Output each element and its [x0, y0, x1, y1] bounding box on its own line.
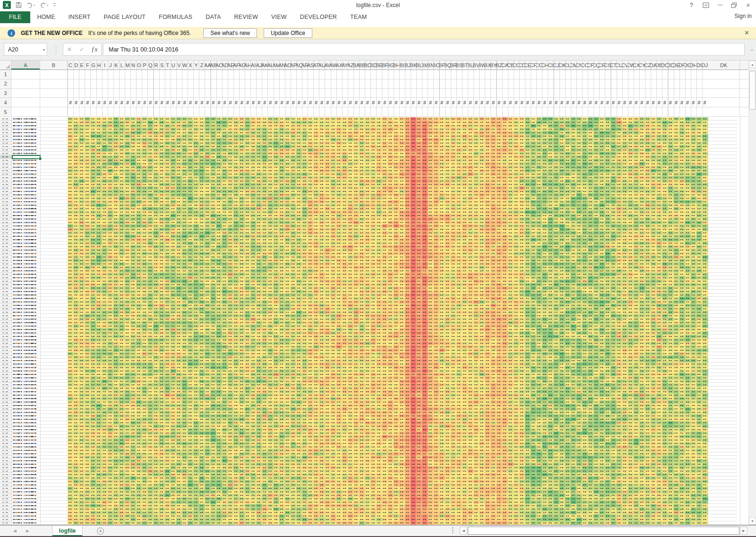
column-header[interactable]: CR: [599, 61, 605, 69]
column-header[interactable]: S: [159, 61, 165, 69]
column-header[interactable]: DB: [656, 61, 662, 69]
row-header[interactable]: 4: [0, 98, 11, 107]
hash-overflow-cell[interactable]: #: [313, 98, 319, 107]
column-header[interactable]: CL: [565, 61, 570, 69]
column-header[interactable]: C: [68, 61, 73, 69]
hash-overflow-cell[interactable]: #: [222, 98, 228, 107]
narrow-cells[interactable]: ########################################…: [68, 98, 708, 107]
sign-in-link[interactable]: Sign in: [734, 13, 752, 19]
select-all-corner[interactable]: [0, 61, 11, 69]
update-office-button[interactable]: Update Office: [264, 28, 312, 38]
hash-overflow-cell[interactable]: #: [342, 98, 348, 107]
column-header[interactable]: O: [136, 61, 142, 69]
column-header[interactable]: I: [102, 61, 108, 69]
hash-overflow-cell[interactable]: #: [245, 98, 250, 107]
column-header[interactable]: CA: [502, 61, 507, 69]
column-header[interactable]: AL: [267, 61, 273, 69]
column-header[interactable]: DH: [690, 61, 696, 69]
column-header[interactable]: CF: [531, 61, 536, 69]
hash-overflow-cell[interactable]: #: [302, 98, 308, 107]
close-icon[interactable]: ×: [744, 1, 752, 9]
column-header[interactable]: BC: [365, 61, 370, 69]
hash-overflow-cell[interactable]: #: [142, 98, 147, 107]
column-header[interactable]: T: [165, 61, 171, 69]
cell-dk[interactable]: [708, 79, 740, 88]
column-header[interactable]: AQ: [296, 61, 302, 69]
column-header[interactable]: BS: [456, 61, 462, 69]
column-header[interactable]: CK: [559, 61, 565, 69]
column-header[interactable]: BL: [416, 61, 422, 69]
vertical-scroll-thumb[interactable]: [749, 71, 756, 110]
column-header[interactable]: E: [79, 61, 85, 69]
column-header[interactable]: BO: [433, 61, 439, 69]
hash-overflow-cell[interactable]: #: [393, 98, 399, 107]
hash-overflow-cell[interactable]: #: [108, 98, 113, 107]
hash-overflow-cell[interactable]: #: [685, 98, 690, 107]
column-header[interactable]: AY: [342, 61, 348, 69]
hash-overflow-cell[interactable]: #: [696, 98, 702, 107]
tab-formulas[interactable]: FORMULAS: [152, 11, 199, 23]
hash-overflow-cell[interactable]: #: [433, 98, 439, 107]
hash-overflow-cell[interactable]: #: [125, 98, 130, 107]
hash-overflow-cell[interactable]: #: [85, 98, 90, 107]
column-header[interactable]: BN: [428, 61, 433, 69]
hash-overflow-cell[interactable]: #: [502, 98, 507, 107]
scroll-right-icon[interactable]: ▶: [740, 527, 747, 535]
hash-overflow-cell[interactable]: #: [519, 98, 524, 107]
hash-overflow-cell[interactable]: #: [365, 98, 370, 107]
column-header[interactable]: BK: [411, 61, 416, 69]
hash-overflow-cell[interactable]: #: [359, 98, 365, 107]
hash-overflow-cell[interactable]: #: [239, 98, 245, 107]
column-header[interactable]: AE: [228, 61, 233, 69]
column-header[interactable]: L: [119, 61, 125, 69]
column-header[interactable]: DC: [662, 61, 668, 69]
hash-overflow-cell[interactable]: #: [525, 98, 531, 107]
hash-overflow-cell[interactable]: #: [205, 98, 210, 107]
hash-overflow-cell[interactable]: #: [153, 98, 159, 107]
hash-overflow-cell[interactable]: #: [668, 98, 673, 107]
hash-overflow-cell[interactable]: #: [273, 98, 279, 107]
hash-overflow-cell[interactable]: #: [96, 98, 102, 107]
column-header[interactable]: CN: [576, 61, 582, 69]
tab-page-layout[interactable]: PAGE LAYOUT: [97, 11, 153, 23]
column-header[interactable]: CY: [639, 61, 644, 69]
horizontal-scroll-thumb[interactable]: [468, 527, 739, 535]
hash-overflow-cell[interactable]: #: [565, 98, 570, 107]
tab-view[interactable]: VIEW: [265, 11, 293, 23]
tab-home[interactable]: HOME: [30, 11, 61, 23]
column-header[interactable]: G: [90, 61, 96, 69]
hash-overflow-cell[interactable]: #: [633, 98, 639, 107]
hash-overflow-cell[interactable]: #: [188, 98, 193, 107]
hash-overflow-cell[interactable]: #: [159, 98, 165, 107]
cell-a[interactable]: [11, 70, 40, 79]
column-header[interactable]: BU: [468, 61, 473, 69]
hash-overflow-cell[interactable]: #: [702, 98, 707, 107]
column-header[interactable]: X: [188, 61, 193, 69]
sheet-tab-logfile[interactable]: logfile: [52, 526, 83, 536]
hash-overflow-cell[interactable]: #: [250, 98, 256, 107]
hash-overflow-cell[interactable]: #: [479, 98, 485, 107]
hash-overflow-cell[interactable]: #: [399, 98, 404, 107]
hash-overflow-cell[interactable]: #: [490, 98, 496, 107]
hash-overflow-cell[interactable]: #: [291, 98, 296, 107]
hash-overflow-cell[interactable]: #: [593, 98, 599, 107]
column-header[interactable]: BV: [473, 61, 479, 69]
hash-overflow-cell[interactable]: #: [445, 98, 450, 107]
column-header[interactable]: Y: [193, 61, 199, 69]
column-header-b[interactable]: B: [40, 61, 68, 69]
hash-overflow-cell[interactable]: #: [216, 98, 222, 107]
hash-overflow-cell[interactable]: #: [673, 98, 679, 107]
column-header[interactable]: BH: [393, 61, 399, 69]
hash-overflow-cell[interactable]: #: [439, 98, 445, 107]
column-header[interactable]: CZ: [644, 61, 650, 69]
hash-overflow-cell[interactable]: #: [382, 98, 387, 107]
hash-overflow-cell[interactable]: #: [165, 98, 171, 107]
insert-function-icon[interactable]: ƒx: [91, 46, 97, 53]
hash-overflow-cell[interactable]: #: [279, 98, 284, 107]
tab-review[interactable]: REVIEW: [227, 11, 265, 23]
name-box-dropdown-icon[interactable]: ▾: [43, 48, 45, 52]
hash-overflow-cell[interactable]: #: [473, 98, 479, 107]
cell-b[interactable]: [40, 79, 68, 88]
hash-overflow-cell[interactable]: #: [353, 98, 359, 107]
hash-overflow-cell[interactable]: #: [330, 98, 336, 107]
